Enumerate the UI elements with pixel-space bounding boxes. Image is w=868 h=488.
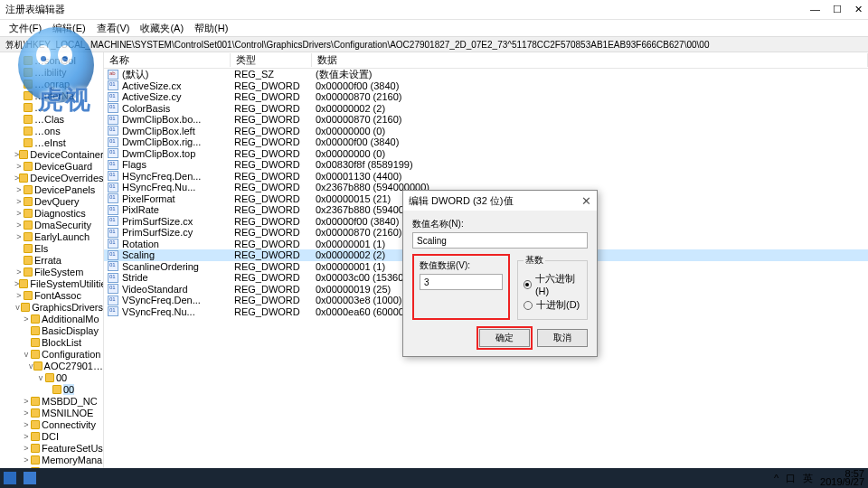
start-button[interactable] (4, 472, 16, 484)
address-bar[interactable]: 算机\HKEY_LOCAL_MACHINE\SYSTEM\ControlSet0… (0, 36, 868, 52)
tree-item[interactable]: vAOC27901… (0, 360, 103, 371)
value-type-icon (108, 126, 118, 136)
value-name: DwmClipBox.rig... (122, 136, 234, 147)
value-type-icon (108, 171, 118, 181)
key-tree[interactable]: …sonGol…ibility…ograp…uterNa……Clas…ons…e… (0, 52, 104, 468)
tree-item[interactable]: >FileSystem (0, 266, 103, 277)
taskbar[interactable]: ^ 口 英 8:57 2019/9/27 (0, 468, 868, 488)
tree-item[interactable]: >AdditionalMo (0, 313, 103, 324)
folder-icon (24, 138, 33, 147)
value-data-label: 数值数据(V): (420, 259, 503, 272)
folder-icon (31, 408, 40, 418)
radio-dec[interactable]: 十进制(D) (524, 298, 581, 312)
value-row[interactable]: DwmClipBox.rig...REG_DWORD0x00000f00 (38… (104, 136, 868, 148)
tree-item[interactable]: >MemoryMana (0, 454, 103, 465)
tree-item[interactable]: >EarlyLaunch (0, 230, 103, 242)
tree-item[interactable]: vGraphicsDrivers (0, 301, 103, 313)
tree-item[interactable]: … (0, 101, 103, 113)
dialog-close-icon[interactable]: ✕ (581, 194, 591, 208)
tree-item[interactable]: …ograp (0, 78, 103, 89)
tree-item[interactable]: >FontAssoc (0, 289, 103, 301)
col-name[interactable]: 名称 (104, 53, 231, 67)
value-type-icon (108, 103, 118, 113)
tree-item[interactable]: >Connectivity (0, 418, 103, 430)
tree-item[interactable]: …Clas (0, 113, 103, 125)
value-name: VSyncFreq.Nu... (122, 306, 234, 317)
close-button[interactable]: ✕ (854, 4, 863, 15)
ok-button[interactable]: 确定 (479, 329, 530, 347)
col-data[interactable]: 数据 (312, 53, 868, 67)
value-row[interactable]: (默认)REG_SZ(数值未设置) (104, 69, 868, 80)
taskbar-app-icon[interactable] (24, 472, 36, 484)
tree-item[interactable]: vConfiguration (0, 348, 103, 360)
tree-label: Diagnostics (34, 208, 86, 219)
tree-item[interactable]: >DevicePanels (0, 183, 103, 195)
tree-item[interactable]: >DeviceOverrides (0, 172, 103, 183)
value-row[interactable]: ActiveSize.cyREG_DWORD0x00000870 (2160) (104, 91, 868, 103)
menu-favorites[interactable]: 收藏夹(A) (137, 22, 187, 35)
tree-item[interactable]: >Diagnostics (0, 207, 103, 219)
maximize-button[interactable]: ☐ (833, 4, 842, 15)
tree-item[interactable]: >MSBDD_NC (0, 395, 103, 407)
value-data-field[interactable] (420, 274, 503, 290)
menu-edit[interactable]: 编辑(E) (49, 22, 90, 35)
tray-ime[interactable]: 英 (803, 472, 813, 485)
tree-item[interactable]: Els (0, 242, 103, 254)
value-type-icon (108, 261, 118, 271)
value-type: REG_DWORD (234, 182, 316, 192)
folder-icon (24, 256, 33, 265)
tree-item[interactable]: >FeatureSetUs (0, 442, 103, 454)
tree-item[interactable]: …ibility (0, 66, 103, 78)
tree-item[interactable]: …ons (0, 125, 103, 136)
tree-item[interactable]: BasicDisplay (0, 324, 103, 336)
value-type: REG_DWORD (234, 91, 316, 102)
tree-label: …uterNa (34, 90, 74, 101)
tree-item[interactable]: …eInst (0, 136, 103, 148)
folder-icon (19, 150, 28, 159)
value-type: REG_DWORD (234, 136, 316, 147)
value-type-icon (108, 296, 118, 305)
value-type-icon (108, 273, 118, 283)
value-row[interactable]: FlagsREG_DWORD0x00830f8f (8589199) (104, 159, 868, 171)
value-row[interactable]: DwmClipBox.bo...REG_DWORD0x00000870 (216… (104, 114, 868, 126)
tree-twisty-icon: > (22, 432, 31, 441)
tree-item[interactable]: >DeviceGuard (0, 160, 103, 172)
tree-item[interactable]: >DmaSecurity (0, 219, 103, 230)
value-type: REG_DWORD (234, 261, 316, 272)
tree-item[interactable]: >MSNILNOE (0, 407, 103, 418)
tree-item[interactable]: …sonGol (0, 54, 103, 66)
value-type-icon (108, 228, 118, 238)
tree-item[interactable]: BlockList (0, 336, 103, 348)
tree-item[interactable]: >FileSystemUtilitie (0, 277, 103, 289)
value-row[interactable]: DwmClipBox.leftREG_DWORD0x00000000 (0) (104, 126, 868, 137)
dialog-titlebar[interactable]: 编辑 DWORD (32 位)值 ✕ (403, 191, 597, 211)
tray-clock[interactable]: 8:57 2019/9/27 (820, 470, 864, 486)
value-row[interactable]: ActiveSize.cxREG_DWORD0x00000f00 (3840) (104, 80, 868, 92)
value-row[interactable]: HSyncFreq.Den...REG_DWORD0x00001130 (440… (104, 171, 868, 183)
tree-label: FileSystemUtilitie (30, 278, 104, 289)
value-row[interactable]: DwmClipBox.topREG_DWORD0x00000000 (0) (104, 148, 868, 160)
tree-item[interactable]: Errata (0, 254, 103, 266)
tree-item[interactable]: >DCI (0, 430, 103, 442)
tree-item[interactable]: >DeviceContainer (0, 148, 103, 160)
minimize-button[interactable]: — (810, 4, 820, 15)
value-type: REG_DWORD (234, 216, 316, 227)
tray-notif-icon[interactable]: 口 (786, 472, 796, 485)
radio-hex[interactable]: 十六进制(H) (524, 272, 581, 296)
tree-item[interactable]: >DevQuery (0, 195, 103, 207)
menu-help[interactable]: 帮助(H) (191, 22, 231, 35)
tree-item[interactable]: 00 (0, 383, 103, 395)
cancel-button[interactable]: 取消 (537, 329, 588, 347)
value-row[interactable]: ColorBasisREG_DWORD0x00000002 (2) (104, 103, 868, 115)
col-type[interactable]: 类型 (231, 53, 312, 67)
value-name: HSyncFreq.Den... (122, 171, 234, 182)
tray-caret-icon[interactable]: ^ (774, 473, 778, 483)
menu-view[interactable]: 查看(V) (93, 22, 134, 35)
menu-file[interactable]: 文件(F) (5, 22, 45, 35)
value-list[interactable]: 名称 类型 数据 (默认)REG_SZ(数值未设置)ActiveSize.cxR… (104, 52, 868, 468)
value-type-icon (108, 137, 118, 147)
tree-label: DeviceContainer (30, 149, 103, 160)
tree-item[interactable]: v00 (0, 371, 103, 383)
tree-item[interactable]: …uterNa (0, 89, 103, 101)
tree-label: …ibility (34, 67, 66, 78)
